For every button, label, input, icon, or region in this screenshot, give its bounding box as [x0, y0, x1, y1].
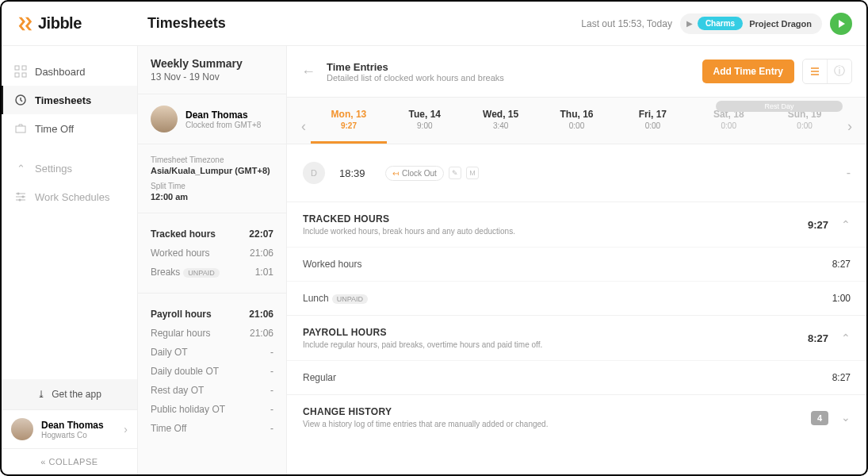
nav-label: Time Off [35, 123, 74, 135]
content-title: Time Entries [327, 61, 504, 73]
chevron-up-icon[interactable]: ⌃ [841, 332, 851, 344]
day-tab[interactable]: Sun, 190:00 [767, 109, 843, 144]
user-switcher[interactable]: Dean Thomas Hogwarts Co › [2, 409, 137, 448]
svg-point-7 [22, 196, 25, 198]
user-company: Hogwarts Co [41, 431, 104, 440]
tracked-value: 22:07 [249, 228, 273, 240]
day-label: Tue, 14 [387, 109, 463, 120]
nav-label: Timesheets [35, 94, 91, 106]
grid-icon [14, 65, 27, 78]
back-button[interactable]: ← [301, 63, 315, 80]
day-tab[interactable]: Sat, 180:00 [690, 109, 767, 144]
logo[interactable]: Jibble [16, 14, 138, 33]
note-icon[interactable]: ✎ [449, 167, 461, 179]
day-tab[interactable]: Thu, 160:00 [539, 109, 615, 144]
entry-avatar-initial: D [303, 162, 325, 184]
svg-point-6 [17, 193, 20, 195]
play-button[interactable] [830, 13, 852, 35]
payroll-label: Payroll hours [151, 309, 212, 320]
rest-day-ot-value: - [270, 385, 273, 396]
day-tab[interactable]: Fri, 170:00 [614, 109, 690, 144]
public-holiday-ot-label: Public holiday OT [151, 404, 225, 415]
project-badge: Charms [698, 17, 743, 30]
nav-dashboard[interactable]: Dashboard [2, 57, 137, 86]
history-count-badge: 4 [811, 411, 828, 425]
clock-out-pill: ↤Clock Out [385, 166, 444, 181]
page-title: Timesheets [147, 15, 226, 32]
summary-user-name: Dean Thomas [185, 109, 261, 121]
sidebar: Dashboard Timesheets Time Off ⌃ Settings… [2, 46, 138, 474]
last-out-text: Last out 15:53, Today [581, 18, 672, 29]
project-name: Project Dragon [749, 19, 820, 29]
worked-label: Worked hours [151, 248, 209, 259]
collapse-button[interactable]: « COLLAPSE [2, 448, 137, 474]
day-time: 9:00 [387, 121, 463, 130]
prev-week-button[interactable]: ‹ [296, 118, 311, 135]
unpaid-badge: UNPAID [332, 294, 368, 304]
day-label: Wed, 15 [463, 109, 539, 120]
info-button[interactable]: ⓘ [828, 60, 851, 83]
clock-out-icon: ↤ [392, 169, 399, 178]
time-entry-row[interactable]: D 18:39 ↤Clock Out ✎ M - [287, 144, 866, 202]
play-small-icon: ▶ [686, 19, 693, 28]
nav-settings[interactable]: ⌃ Settings [2, 154, 137, 182]
payroll-value: 21:06 [249, 309, 273, 320]
svg-rect-5 [16, 126, 25, 132]
day-time: 0:00 [539, 121, 615, 130]
section-desc: View a history log of time entries that … [303, 420, 548, 428]
time-off-value: - [270, 423, 273, 434]
time-off-label: Time Off [151, 423, 186, 434]
rest-day-pill: Rest Day [716, 101, 843, 112]
next-week-button[interactable]: › [843, 118, 857, 135]
list-view-button[interactable] [803, 60, 828, 83]
daily-double-ot-label: Daily double OT [151, 366, 219, 377]
avatar [11, 418, 33, 440]
chevron-up-icon[interactable]: ⌃ [841, 218, 851, 231]
daily-double-ot-value: - [270, 366, 273, 377]
section-title: TRACKED HOURS [303, 213, 515, 225]
day-time: 0:00 [614, 121, 690, 130]
user-name: Dean Thomas [41, 420, 104, 431]
breaks-value: 1:01 [255, 267, 273, 278]
nav-label: Dashboard [35, 66, 86, 78]
chevron-left-icon: « [40, 457, 46, 466]
nav-work-schedules[interactable]: Work Schedules [2, 182, 137, 211]
regular-value: 21:06 [250, 328, 273, 339]
tracked-hours-section[interactable]: TRACKED HOURS Include worked hours, brea… [287, 202, 866, 247]
active-project-pill[interactable]: ▶ Charms Project Dragon [680, 13, 822, 34]
content-area: ← Time Entries Detailed list of clocked … [287, 46, 866, 474]
chevron-up-icon: ⌃ [14, 162, 27, 175]
content-subtitle: Detailed list of clocked work hours and … [327, 73, 504, 83]
nav-label: Settings [35, 163, 72, 175]
section-desc: Include worked hours, break hours and an… [303, 227, 515, 236]
day-time: 9:27 [311, 121, 387, 130]
clock-icon [14, 94, 27, 106]
tracked-total: 9:27 [808, 219, 828, 231]
split-value: 12:00 am [151, 192, 273, 202]
day-tab[interactable]: Wed, 153:40 [463, 109, 539, 144]
summary-panel: Weekly Summary 13 Nov - 19 Nov Dean Thom… [138, 46, 287, 474]
get-app-button[interactable]: ⤓ Get the app [2, 379, 137, 409]
regular-row: Regular 8:27 [287, 360, 866, 394]
payroll-total: 8:27 [808, 332, 828, 344]
nav-time-off[interactable]: Time Off [2, 114, 137, 143]
nav-timesheets[interactable]: Timesheets [2, 86, 137, 114]
add-time-entry-button[interactable]: Add Time Entry [702, 60, 794, 83]
tz-label: Timesheet Timezone [151, 155, 273, 164]
daily-ot-label: Daily OT [151, 347, 188, 358]
change-history-section[interactable]: CHANGE HISTORY View a history log of tim… [287, 394, 866, 440]
section-title: PAYROLL HOURS [303, 327, 542, 338]
section-title: CHANGE HISTORY [303, 406, 548, 417]
daily-ot-value: - [270, 347, 273, 358]
collapse-label: COLLAPSE [49, 457, 98, 466]
payroll-hours-section[interactable]: PAYROLL HOURS Include regular hours, pai… [287, 315, 866, 360]
regular-label: Regular hours [151, 328, 210, 339]
top-bar: Jibble Timesheets Last out 15:53, Today … [2, 2, 866, 46]
chevron-down-icon[interactable]: ⌄ [841, 411, 851, 424]
summary-range: 13 Nov - 19 Nov [151, 71, 273, 83]
svg-rect-1 [22, 66, 26, 70]
split-label: Split Time [151, 182, 273, 190]
public-holiday-ot-value: - [270, 404, 273, 415]
day-tab[interactable]: Tue, 149:00 [387, 109, 463, 144]
day-tab[interactable]: Mon, 139:27 [311, 109, 387, 144]
